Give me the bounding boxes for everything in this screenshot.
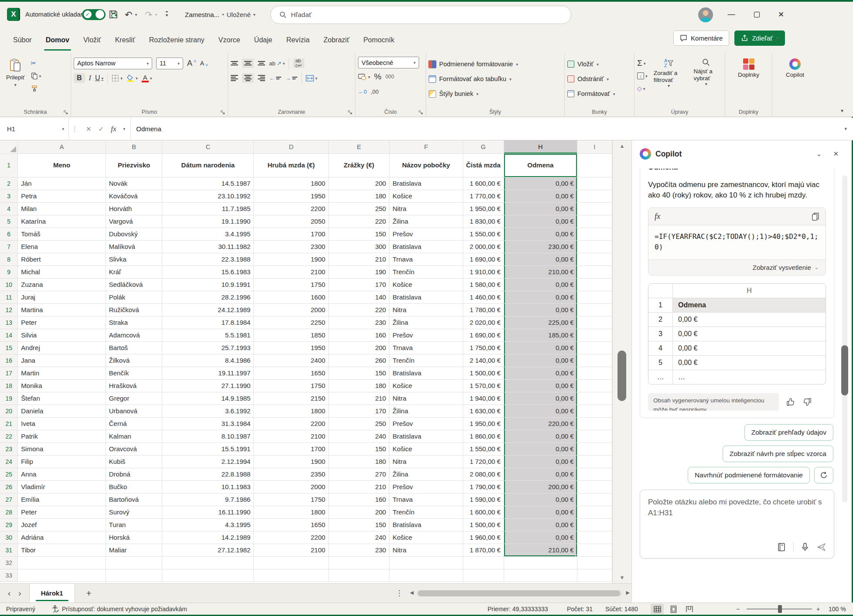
customize-quick-access-button[interactable]: ▾ — [166, 2, 168, 27]
cell-A23[interactable]: Simona — [18, 442, 106, 455]
cell-B15[interactable]: Bartoš — [106, 341, 162, 354]
paste-button[interactable]: Prilepiť ▾ — [3, 57, 28, 107]
cell-F11[interactable]: Bratislava — [389, 291, 463, 303]
cut-button[interactable]: ✂ — [31, 58, 41, 68]
cell-F29[interactable]: Bratislava — [389, 518, 463, 531]
cell-F19[interactable]: Nitra — [389, 392, 463, 405]
cell-C1[interactable]: Dátum narodenia — [162, 153, 254, 177]
cell-G2[interactable]: 1 600,00 € — [463, 177, 504, 190]
row-header-33[interactable]: 33 — [0, 569, 18, 582]
font-size-select[interactable]: 11▾ — [156, 58, 183, 69]
cell-B5[interactable]: Vargová — [106, 215, 162, 228]
cell-C10[interactable]: 10.9.1991 — [162, 278, 254, 291]
grid-vertical-scrollbar[interactable]: ▲ ▼ — [612, 140, 631, 583]
cell-C11[interactable]: 28.2.1996 — [162, 291, 254, 303]
row-header-18[interactable]: 18 — [0, 379, 18, 392]
cell-A12[interactable]: Martina — [18, 303, 106, 316]
suggestion-chip-3[interactable]: Navrhnúť podmienené formátovanie — [688, 467, 810, 483]
cell-B29[interactable]: Turan — [106, 518, 162, 531]
cell-G1[interactable]: Čistá mzda — [463, 153, 504, 177]
align-center-button[interactable] — [242, 73, 254, 83]
format-cells-button[interactable]: Formátovať▾ — [567, 87, 631, 100]
cell-G28[interactable]: 1 600,00 € — [463, 506, 504, 518]
row-header-14[interactable]: 14 — [0, 329, 18, 341]
grid-horizontal-scrollbar[interactable]: ◀ ▶ — [409, 584, 631, 603]
cell-E1[interactable]: Zrážky (€) — [328, 153, 389, 177]
cell-E4[interactable]: 250 — [328, 202, 389, 215]
cell-D6[interactable]: 1700 — [254, 228, 328, 240]
cell-F8[interactable]: Trnava — [389, 253, 463, 265]
cell-D26[interactable]: 2000 — [254, 480, 328, 493]
cell-A22[interactable]: Patrik — [18, 430, 106, 442]
scroll-right-icon[interactable]: ▶ — [626, 590, 630, 596]
cell-F33[interactable] — [389, 569, 463, 582]
cell-H7[interactable]: 230,00 € — [504, 240, 577, 253]
cell-I1[interactable] — [577, 153, 612, 177]
cell-I21[interactable] — [577, 417, 612, 430]
col-header-F[interactable]: F — [389, 140, 463, 153]
cell-I6[interactable] — [577, 228, 612, 240]
fill-color-button[interactable]: ▾ — [126, 73, 138, 83]
cell-D7[interactable]: 2300 — [254, 240, 328, 253]
cancel-entry-button[interactable]: ✕ — [86, 125, 92, 133]
cell-E7[interactable]: 300 — [328, 240, 389, 253]
conditional-formatting-button[interactable]: Podmienené formátovanie▾ — [429, 58, 562, 71]
zoom-slider-thumb[interactable] — [778, 605, 782, 613]
cell-B22[interactable]: Kalman — [106, 430, 162, 442]
cell-H1[interactable]: Odmena — [504, 153, 577, 177]
cell-G17[interactable]: 1 500,00 € — [463, 367, 504, 379]
row-header-5[interactable]: 5 — [0, 215, 18, 228]
prev-sheet-button[interactable]: ‹ — [0, 589, 18, 598]
document-title[interactable]: Zamestna... • Uložené ▾ — [185, 2, 256, 27]
cell-F13[interactable]: Žilina — [389, 316, 463, 329]
cell-F3[interactable]: Košice — [389, 190, 463, 202]
cell-I32[interactable] — [577, 556, 612, 569]
cell-F10[interactable]: Košice — [389, 278, 463, 291]
cell-G26[interactable]: 1 790,00 € — [463, 480, 504, 493]
cell-D29[interactable]: 1650 — [254, 518, 328, 531]
currency-format-button[interactable]: ▾ — [358, 72, 370, 82]
row-header-6[interactable]: 6 — [0, 228, 18, 240]
comma-style-button[interactable]: 000 — [386, 72, 394, 82]
cell-F9[interactable]: Trenčín — [389, 265, 463, 278]
cell-I27[interactable] — [577, 493, 612, 506]
menu-tab-zobrazi-[interactable]: Zobraziť — [317, 33, 356, 48]
cell-F6[interactable]: Prešov — [389, 228, 463, 240]
cell-D33[interactable] — [254, 569, 328, 582]
row-header-10[interactable]: 10 — [0, 278, 18, 291]
cell-G12[interactable]: 1 780,00 € — [463, 303, 504, 316]
cell-E25[interactable]: 270 — [328, 468, 389, 480]
cell-B21[interactable]: Černá — [106, 417, 162, 430]
cell-F20[interactable]: Žilina — [389, 405, 463, 417]
cell-A30[interactable]: Adriána — [18, 531, 106, 544]
bold-button[interactable]: B — [74, 73, 85, 83]
zoom-in-button[interactable]: + — [816, 603, 820, 615]
cell-H8[interactable]: 0,00 € — [504, 253, 577, 265]
cell-G11[interactable]: 1 460,00 € — [463, 291, 504, 303]
cell-D25[interactable]: 2350 — [254, 468, 328, 480]
menu-tab-kresli-[interactable]: Kresliť — [108, 33, 142, 48]
cell-D14[interactable]: 1850 — [254, 329, 328, 341]
cell-H9[interactable]: 210,00 € — [504, 265, 577, 278]
cell-C25[interactable]: 22.8.1988 — [162, 468, 254, 480]
cell-A1[interactable]: Meno — [18, 153, 106, 177]
cell-G22[interactable]: 1 860,00 € — [463, 430, 504, 442]
sheet-tab[interactable]: Hárok1 — [29, 584, 75, 603]
cell-H12[interactable]: 0,00 € — [504, 303, 577, 316]
copy-formula-button[interactable] — [812, 212, 819, 221]
collapse-ribbon-button[interactable]: ▾ — [841, 108, 843, 114]
cell-B11[interactable]: Polák — [106, 291, 162, 303]
collapse-panel-button[interactable]: ⌄ — [813, 148, 826, 160]
cell-E6[interactable]: 150 — [328, 228, 389, 240]
cell-G20[interactable]: 1 630,00 € — [463, 405, 504, 417]
undo-button[interactable]: ↶▾ — [125, 2, 137, 27]
cell-C27[interactable]: 9.7.1986 — [162, 493, 254, 506]
row-header-19[interactable]: 19 — [0, 392, 18, 405]
cell-E16[interactable]: 260 — [328, 354, 389, 367]
cell-D12[interactable]: 2000 — [254, 303, 328, 316]
cell-H6[interactable]: 0,00 € — [504, 228, 577, 240]
italic-button[interactable]: I — [89, 73, 91, 83]
format-painter-button[interactable] — [31, 84, 41, 93]
sort-filter-button[interactable]: AZ Zoradiť a filtrovať▾ — [650, 57, 688, 107]
cell-G18[interactable]: 1 570,00 € — [463, 379, 504, 392]
